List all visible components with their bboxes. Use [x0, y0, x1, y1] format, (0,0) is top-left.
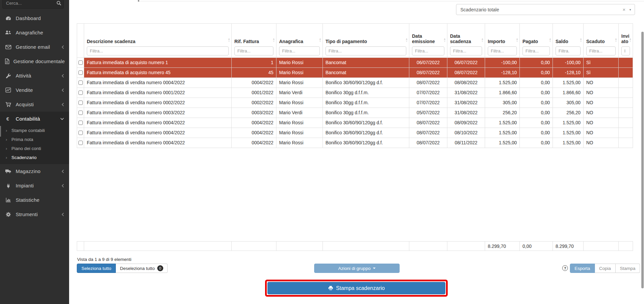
cell-tipo: Bancomat	[323, 68, 409, 78]
search-icon[interactable]	[54, 1, 63, 6]
table-row[interactable]: Fattura immediata di vendita numero 0003…	[77, 108, 633, 118]
print-schedule-button[interactable]: Stampa scadenzario	[267, 282, 445, 294]
table-row[interactable]: Fattura immediata di vendita numero 0004…	[77, 138, 633, 148]
sidebar-item-contabilita[interactable]: €Contabilità	[0, 112, 69, 126]
header-cell-tipo[interactable]: Tipo di pagamento▲▼	[323, 24, 409, 58]
print-button[interactable]: Stampa	[616, 264, 640, 273]
header-cell-importo[interactable]: Importo▲▼	[485, 24, 520, 58]
filter-input-scaduto[interactable]	[586, 46, 616, 55]
sidebar-item-strumenti[interactable]: Strumenti	[0, 207, 69, 221]
filter-input-scadenza[interactable]	[450, 46, 482, 55]
table-row[interactable]: Fattura immediata di vendita numero 0004…	[77, 128, 633, 138]
export-buttons: Esporta Copia Stampa	[570, 264, 640, 273]
sidebar-item-impianti[interactable]: Impianti	[0, 178, 69, 193]
filter-input-saldo[interactable]	[556, 46, 581, 55]
header-cell-emissione[interactable]: Data emissione▲▼	[409, 24, 447, 58]
sidebar-item-attivita[interactable]: Attività	[0, 68, 69, 83]
row-checkbox[interactable]	[78, 121, 83, 125]
cell-importo: 256,20	[485, 108, 520, 118]
sort-icon[interactable]: ▲▼	[516, 38, 518, 42]
copy-button[interactable]: Copia	[595, 264, 616, 273]
sidebar-item-dashboard[interactable]: Dashboard	[0, 11, 69, 25]
sort-icon[interactable]: ▲▼	[481, 38, 484, 42]
sort-icon[interactable]: ▲▼	[443, 38, 446, 42]
sidebar-subitem-piano-dei-conti[interactable]: ›Piano dei conti	[0, 144, 69, 153]
header-cell-scadenza[interactable]: Data scadenza▲▼	[447, 24, 485, 58]
sort-icon[interactable]: ▲▼	[615, 38, 617, 42]
select-all-button[interactable]: Seleziona tutto	[77, 264, 116, 273]
cell-saldo: 1.525,00	[553, 128, 584, 138]
row-checkbox[interactable]	[78, 131, 83, 135]
filter-input-pagato[interactable]	[522, 46, 550, 55]
grid-body: Fattura immediata di acquisto numero 11M…	[77, 58, 633, 148]
sidebar-scrollbar-thumb[interactable]	[0, 126, 1, 137]
row-checkbox-cell	[77, 98, 84, 108]
cell-anagrafica: Mario Rossi	[276, 68, 323, 78]
cell-scadenza: 08/07/2022	[447, 68, 485, 78]
row-checkbox[interactable]	[78, 111, 83, 115]
sort-icon[interactable]: ▲▼	[549, 38, 552, 42]
row-checkbox[interactable]	[78, 81, 83, 85]
sort-icon[interactable]: ▲▼	[319, 38, 321, 42]
table-row[interactable]: Fattura immediata di acquisto numero 454…	[77, 68, 633, 78]
search-input[interactable]	[3, 0, 54, 6]
table-row[interactable]: Fattura immediata di vendita numero 0002…	[77, 98, 633, 108]
filter-input-inviato[interactable]	[621, 46, 630, 55]
filter-input-rif[interactable]	[234, 46, 273, 55]
filter-input-importo[interactable]	[488, 46, 517, 55]
chevron-down-icon[interactable]: ▾	[629, 8, 635, 11]
sidebar-item-vendite[interactable]: Vendite	[0, 83, 69, 97]
row-checkbox[interactable]	[78, 60, 83, 65]
header-cell-rif[interactable]: Rif. Fattura▲▼	[232, 24, 276, 58]
sidebar-subitem-stampe-contabili[interactable]: ›Stampe contabili	[0, 126, 69, 135]
clear-icon[interactable]: ×	[619, 7, 630, 12]
sidebar-subitem-label: Piano dei conti	[11, 146, 41, 151]
sidebar-item-statistiche[interactable]: Statistiche	[0, 193, 69, 207]
sort-icon[interactable]: ▲▼	[580, 38, 582, 42]
row-checkbox[interactable]	[78, 91, 83, 95]
filter-input-tipo[interactable]	[326, 46, 406, 55]
help-icon[interactable]: ?	[562, 265, 568, 271]
filter-input-emissione[interactable]	[412, 46, 444, 55]
header-cell-descrizione[interactable]: Descrizione scadenza▲▼	[84, 24, 232, 58]
page-scrollbar-thumb[interactable]	[641, 32, 644, 288]
cell-pagato: 0,00	[520, 108, 553, 118]
row-checkbox[interactable]	[78, 141, 83, 145]
bar-chart-icon	[5, 197, 12, 202]
header-cell-pagato[interactable]: Pagato▲▼	[520, 24, 553, 58]
row-checkbox[interactable]	[78, 70, 83, 75]
sidebar-item-anagrafiche[interactable]: Anagrafiche	[0, 25, 69, 40]
row-checkbox[interactable]	[78, 101, 83, 105]
table-row[interactable]: Fattura immediata di vendita numero 0001…	[77, 88, 633, 98]
sidebar-subitem-scadenzario[interactable]: ›Scadenzario	[0, 153, 69, 162]
header-cell-anagrafica[interactable]: Anagrafica▲▼	[276, 24, 323, 58]
view-selector[interactable]: Scadenzario totale × ▾	[456, 4, 635, 15]
filter-input-anagrafica[interactable]	[279, 46, 320, 55]
sidebar-item-gestione-email[interactable]: Gestione email	[0, 40, 69, 54]
column-label: Tipo di pagamento	[326, 39, 406, 44]
cell-scadenza: 08/08/2022	[447, 78, 485, 88]
total-cell-scadenza	[447, 242, 485, 251]
export-button[interactable]: Esporta	[570, 264, 595, 273]
sidebar-subitem-prima-nota[interactable]: ›Prima nota	[0, 135, 69, 144]
group-actions-button[interactable]: Azioni di gruppo	[314, 264, 400, 273]
sidebar-item-magazzino[interactable]: Magazzino	[0, 164, 69, 178]
deselect-all-button[interactable]: Deseleziona tutto 0	[116, 264, 167, 273]
header-cell-inviato[interactable]: Inviato▲▼	[619, 24, 633, 58]
table-row[interactable]: Fattura immediata di vendita numero 0004…	[77, 78, 633, 88]
filter-input-descrizione[interactable]	[87, 46, 229, 55]
header-cell-scaduto[interactable]: Scaduto▲▼	[584, 24, 619, 58]
sidebar-item-gestione-documentale[interactable]: Gestione documentale	[0, 54, 69, 68]
sidebar-item-acquisti[interactable]: Acquisti	[0, 97, 69, 112]
table-row[interactable]: Fattura immediata di vendita numero 0004…	[77, 118, 633, 128]
sort-icon[interactable]: ▲▼	[629, 38, 632, 42]
sort-icon[interactable]: ▲▼	[228, 38, 230, 42]
column-label: Anagrafica	[279, 39, 320, 44]
table-row[interactable]: Fattura immediata di acquisto numero 11M…	[77, 58, 633, 68]
total-cell-descrizione	[84, 242, 232, 251]
sort-icon[interactable]: ▲▼	[272, 38, 275, 42]
header-cell-saldo[interactable]: Saldo▲▼	[553, 24, 584, 58]
cell-rif: 0004/2022	[232, 118, 276, 128]
cell-scaduto: NO	[584, 78, 619, 88]
sort-icon[interactable]: ▲▼	[405, 38, 408, 42]
